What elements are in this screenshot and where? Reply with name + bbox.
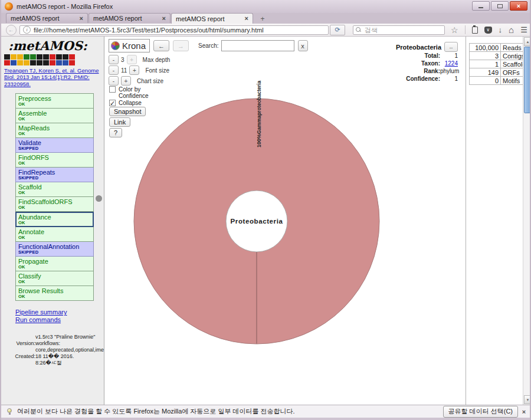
toolbar-separator bbox=[465, 25, 466, 34]
snapshot-button[interactable]: Snapshot bbox=[109, 107, 146, 116]
url-bar[interactable]: i file:///home/test/metAMOS-1.5rc3/Test/… bbox=[19, 25, 329, 35]
expand-details-button[interactable]: ↔ bbox=[444, 42, 458, 52]
krona-forward-button[interactable]: → bbox=[173, 40, 189, 51]
step-assemble[interactable]: Assemble OK bbox=[15, 109, 94, 123]
frame-resize-dot[interactable] bbox=[96, 195, 102, 202]
tab-3-active[interactable]: metAMOS report × bbox=[171, 13, 253, 24]
firefox-icon bbox=[5, 2, 13, 11]
chart-size-plus-button[interactable]: + bbox=[121, 76, 131, 86]
page-info-icon[interactable]: i bbox=[23, 26, 31, 34]
metamos-logo: :metAMOS: bbox=[8, 38, 104, 53]
version-label: Version: bbox=[1, 340, 35, 347]
step-findrepeats[interactable]: FindRepeats SKIPPED bbox=[15, 168, 94, 182]
step-classify[interactable]: Classify OK bbox=[15, 271, 94, 286]
step-preprocess[interactable]: Preprocess OK bbox=[15, 93, 94, 109]
krona-search-clear-button[interactable]: x bbox=[298, 40, 308, 51]
help-button[interactable]: ? bbox=[109, 128, 122, 137]
max-depth-control: - 3 + Max depth bbox=[109, 55, 170, 64]
new-tab-button[interactable]: + bbox=[256, 15, 269, 22]
selection-details: Proteobacteria ↔ Total:1 Taxon:1224 Rank… bbox=[369, 42, 458, 83]
reload-button[interactable]: ⟳ bbox=[330, 25, 345, 35]
krona-search-input[interactable] bbox=[221, 40, 294, 51]
sidebar: :metAMOS: bbox=[1, 37, 104, 405]
krona-logo[interactable]: Krona bbox=[109, 39, 150, 52]
tab-1[interactable]: metAMOS report × bbox=[6, 13, 88, 23]
font-size-control: - 11 + Font size bbox=[109, 65, 169, 75]
pipeline-summary-link[interactable]: Pipeline summary bbox=[15, 309, 104, 316]
step-functionalannotation[interactable]: FunctionalAnnotation SKIPPED bbox=[15, 242, 94, 257]
font-size-plus-button[interactable]: + bbox=[129, 65, 139, 75]
tab-1-close-icon[interactable]: × bbox=[80, 15, 83, 22]
close-button[interactable]: × bbox=[510, 1, 527, 11]
scroll-up-icon[interactable]: ▲ bbox=[524, 37, 531, 46]
confidence-value: 1 bbox=[440, 75, 458, 83]
step-browse-results[interactable]: Browse Results OK bbox=[15, 286, 94, 301]
krona-toolbar: Krona ← → Search: x bbox=[109, 39, 308, 52]
bookmarks-menu-icon[interactable] bbox=[472, 27, 478, 34]
collapse-checkbox[interactable]: ✓ bbox=[109, 100, 116, 106]
color-by-checkbox[interactable] bbox=[109, 86, 116, 93]
home-icon[interactable]: ⌂ bbox=[509, 25, 514, 34]
assembly-stats-table: 100,000Reads 3Contigs 1Scaffolds 149ORFs… bbox=[469, 43, 531, 85]
maximize-button[interactable] bbox=[491, 1, 509, 11]
max-depth-plus-button[interactable]: + bbox=[127, 55, 137, 64]
total-value: 1 bbox=[440, 52, 458, 60]
max-depth-value: 3 bbox=[121, 57, 124, 63]
step-abundance-selected[interactable]: Abundance OK bbox=[15, 212, 94, 227]
navigation-toolbar: ← i file:///home/test/metAMOS-1.5rc3/Tes… bbox=[1, 24, 530, 37]
release-name: v1.5rc3 "Praline Brownie" bbox=[35, 334, 95, 340]
notification-close-icon[interactable]: × bbox=[518, 408, 530, 415]
minimize-button[interactable] bbox=[472, 1, 490, 11]
step-findorfs[interactable]: FindORFS OK bbox=[15, 153, 94, 168]
pocket-icon[interactable]: ∨ bbox=[484, 27, 492, 34]
step-scaffold[interactable]: Scaffold OK bbox=[15, 182, 94, 197]
logo-square bbox=[24, 54, 30, 60]
stats-panel: 100,000Reads 3Contigs 1Scaffolds 149ORFs… bbox=[466, 37, 523, 405]
status-badge: OK bbox=[18, 102, 91, 107]
notification-text: 여러분이 보다 나은 경험을 할 수 있도록 Firefox는 Mozilla에… bbox=[17, 407, 295, 416]
bookmark-star-icon[interactable]: ☆ bbox=[451, 26, 458, 34]
vertical-scrollbar[interactable]: ▲ ▼ bbox=[523, 37, 531, 405]
scroll-down-icon[interactable]: ▼ bbox=[524, 395, 531, 404]
tab-3-close-icon[interactable]: × bbox=[245, 15, 248, 22]
logo-square bbox=[30, 60, 36, 65]
downloads-icon[interactable]: ↓ bbox=[499, 26, 503, 34]
collapse-control: ✓ Collapse bbox=[109, 100, 142, 106]
search-input[interactable] bbox=[363, 26, 442, 34]
color-by-confidence-control: Color by Confidence bbox=[109, 86, 149, 99]
max-depth-label: Max depth bbox=[143, 57, 171, 63]
citation-link[interactable]: Treangen TJ, Koren S, et. al. Genome Bio… bbox=[4, 67, 103, 87]
page-content: :metAMOS: bbox=[1, 37, 530, 405]
tab-2-close-icon[interactable]: × bbox=[162, 15, 166, 22]
tab-2[interactable]: metAMOS report × bbox=[88, 13, 171, 23]
max-depth-minus-button[interactable]: - bbox=[109, 55, 119, 64]
logo-color-squares bbox=[4, 54, 76, 65]
step-findscaffoldorfs[interactable]: FindScaffoldORFS OK bbox=[15, 197, 94, 212]
wedge-percent-label: 100% bbox=[256, 134, 262, 147]
step-propagate[interactable]: Propagate OK bbox=[15, 257, 94, 271]
logo-square bbox=[69, 54, 75, 60]
status-badge: SKIPPED bbox=[18, 176, 91, 181]
chart-size-minus-button[interactable]: - bbox=[109, 76, 119, 86]
back-button[interactable]: ← bbox=[6, 25, 17, 35]
choose-shared-data-button[interactable]: 공유할 데이터 선택(C) bbox=[443, 406, 518, 418]
step-mapreads[interactable]: MapReads OK bbox=[15, 123, 94, 138]
tab-3-label: metAMOS report bbox=[176, 15, 225, 22]
link-button[interactable]: Link bbox=[109, 117, 130, 127]
rank-value: phylum bbox=[440, 67, 458, 75]
taxon-id-link[interactable]: 1224 bbox=[440, 60, 458, 67]
scrollbar-thumb[interactable] bbox=[524, 47, 531, 113]
search-box[interactable] bbox=[353, 25, 445, 35]
font-size-minus-button[interactable]: - bbox=[109, 65, 119, 75]
step-annotate[interactable]: Annotate OK bbox=[15, 227, 94, 242]
menu-icon[interactable]: ☰ bbox=[520, 26, 527, 34]
firefox-window: metAMOS report - Mozilla Firefox × metAM… bbox=[0, 0, 531, 420]
status-badge: OK bbox=[18, 235, 91, 240]
logo-square bbox=[24, 60, 30, 65]
url-text: file:///home/test/metAMOS-1.5rc3/Test/te… bbox=[34, 27, 264, 34]
run-commands-link[interactable]: Run commands bbox=[15, 316, 104, 324]
krona-back-button[interactable]: ← bbox=[153, 40, 169, 51]
step-validate[interactable]: Validate SKIPPED bbox=[15, 138, 94, 153]
minimize-icon bbox=[478, 7, 483, 8]
logo-square bbox=[50, 54, 55, 60]
